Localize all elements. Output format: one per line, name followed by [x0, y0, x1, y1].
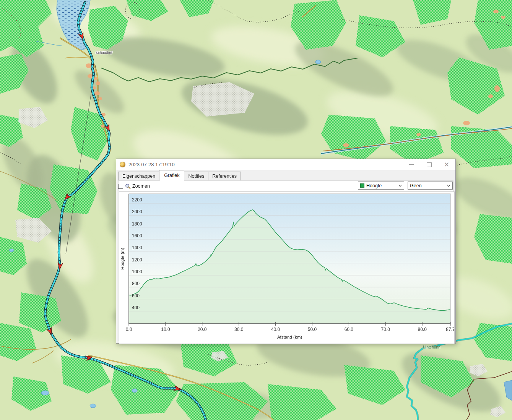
chevron-down-icon [447, 185, 450, 187]
svg-text:2000: 2000 [132, 209, 142, 214]
svg-text:20.0: 20.0 [198, 327, 207, 332]
svg-text:400: 400 [132, 305, 140, 310]
zoom-label: Zoomen [132, 183, 150, 189]
close-button[interactable]: × [438, 159, 455, 170]
overlay-combobox[interactable]: Geen [408, 182, 453, 190]
tab-notities[interactable]: Notities [184, 172, 208, 181]
tabstrip: Eigenschappen Grafiek Notities Referenti… [118, 171, 453, 181]
maximize-button[interactable] [420, 159, 438, 170]
dialog-title: 2023-07-28 17:19:10 [128, 162, 175, 167]
zoom-checkbox[interactable] [118, 184, 123, 189]
svg-text:0.0: 0.0 [126, 327, 132, 332]
svg-text:1600: 1600 [132, 233, 142, 238]
track-properties-dialog: 2023-07-28 17:19:10 × Eigenschappen Graf… [116, 159, 456, 344]
svg-text:50.0: 50.0 [308, 327, 317, 332]
close-icon: × [444, 161, 449, 168]
svg-text:1000: 1000 [132, 269, 142, 274]
svg-text:600: 600 [132, 293, 140, 298]
svg-text:70.0: 70.0 [381, 327, 390, 332]
y-axis-title: Hoogte (m) [120, 248, 125, 270]
chevron-down-icon [398, 185, 402, 187]
svg-text:800: 800 [132, 281, 140, 286]
tab-grafiek[interactable]: Grafiek [159, 170, 184, 181]
svg-text:10.0: 10.0 [161, 327, 170, 332]
series-combobox[interactable]: Hoogte [358, 182, 404, 190]
svg-text:60.0: 60.0 [345, 327, 354, 332]
svg-text:2200: 2200 [132, 197, 142, 203]
minimize-button[interactable] [403, 159, 420, 170]
series-color-swatch [360, 183, 364, 188]
track-icon [120, 162, 125, 167]
tab-eigenschappen[interactable]: Eigenschappen [118, 172, 159, 181]
x-axis-title: Afstand (km) [277, 335, 302, 339]
map-label-hamlet: Hinterlahn [423, 345, 440, 349]
magnifier-icon [125, 183, 131, 189]
svg-text:87.7: 87.7 [446, 327, 455, 332]
tab-referenties[interactable]: Referenties [208, 172, 241, 181]
svg-text:30.0: 30.0 [234, 327, 244, 332]
map-label-village: Schüttdorf [96, 50, 112, 55]
svg-text:1400: 1400 [132, 245, 142, 250]
svg-text:40.0: 40.0 [271, 327, 280, 332]
svg-text:1200: 1200 [132, 257, 142, 263]
maximize-icon [427, 162, 432, 167]
elevation-chart[interactable]: 4006008001000120014001600180020002200 0.… [119, 191, 455, 344]
svg-text:1800: 1800 [132, 221, 142, 227]
minimize-icon [409, 164, 414, 165]
dialog-titlebar[interactable]: 2023-07-28 17:19:10 × [116, 159, 455, 170]
series-combobox-value: Hoogte [366, 183, 382, 188]
screen: Schüttdorf Hinterlahn 2023-07-28 17:19:1… [0, 0, 512, 420]
svg-text:80.0: 80.0 [418, 327, 427, 332]
overlay-combobox-value: Geen [410, 183, 422, 188]
